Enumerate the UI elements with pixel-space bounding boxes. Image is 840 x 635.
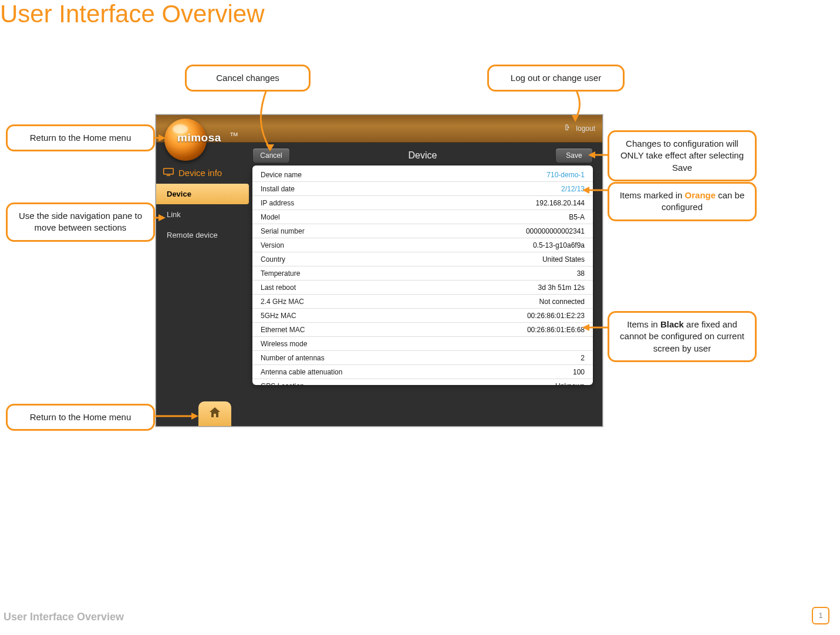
settings-row-value: 192.168.20.144: [536, 199, 585, 207]
callout-logout-text: Log out or change user: [511, 73, 601, 83]
brand-logo[interactable]: mimosa TM: [162, 115, 232, 165]
callout-home-bottom: Return to the Home menu: [6, 404, 155, 431]
callout-home-bottom-text: Return to the Home menu: [30, 412, 131, 422]
settings-row-label: Version: [261, 241, 284, 249]
settings-row-value[interactable]: 710-demo-1: [546, 171, 585, 179]
callout-logout: Log out or change user: [487, 65, 625, 92]
settings-row: 5GHz MAC00:26:86:01:E2:23: [252, 309, 593, 323]
logout-button[interactable]: logout: [564, 123, 595, 133]
callout-black-word: Black: [660, 319, 684, 329]
settings-row-value: 2: [581, 354, 585, 362]
settings-row-label: Serial number: [261, 227, 305, 235]
settings-row-label: Wireless mode: [261, 340, 307, 348]
callout-black: Items in Black are fixed and cannot be c…: [608, 311, 757, 362]
settings-row: Temperature38: [252, 266, 593, 281]
callout-black-pointer: [580, 323, 610, 332]
settings-row-label: Device name: [261, 171, 302, 179]
settings-sheet: Device name710-demo-1Install date2/12/13…: [252, 165, 593, 385]
logout-label: logout: [576, 124, 595, 133]
sidebar-item-link[interactable]: Link: [156, 204, 249, 225]
toolbar: Cancel Device Save: [249, 142, 596, 165]
callout-save-pointer: [587, 150, 610, 160]
sidebar-item-remote-device[interactable]: Remote device: [156, 225, 249, 245]
callout-save: Changes to configuration will ONLY take …: [608, 130, 757, 181]
settings-row-label: Number of antennas: [261, 354, 325, 362]
settings-row-value: Unknown: [555, 382, 585, 386]
settings-row-label: Temperature: [261, 269, 300, 278]
settings-row-label: 5GHz MAC: [261, 312, 296, 320]
settings-row-value: B5-A: [569, 213, 585, 221]
settings-row: Version0.5-13-g10a6f9a: [252, 238, 593, 252]
settings-row: Ethernet MAC00:26:86:01:E6:68: [252, 323, 593, 337]
sidebar-heading: Device info: [156, 162, 249, 184]
settings-row: ModelB5-A: [252, 210, 593, 224]
settings-row-value: 000000000002341: [526, 227, 585, 235]
sidebar-heading-label: Device info: [178, 168, 222, 178]
settings-row-label: Last reboot: [261, 283, 296, 292]
callout-cancel-pointer: [252, 88, 282, 153]
sidebar: Device info Device Link Remote device: [156, 162, 249, 426]
callout-cancel: Cancel changes: [185, 65, 311, 92]
brand-logo-tm: TM: [230, 131, 238, 137]
content-area: Cancel Device Save Device name710-demo-1…: [249, 142, 596, 420]
settings-row-value: 38: [577, 269, 585, 278]
svg-rect-0: [164, 168, 174, 174]
monitor-icon: [163, 168, 174, 178]
footer-title: User Interface Overview: [4, 611, 124, 623]
callout-orange-pointer: [580, 185, 610, 195]
callout-sidenav: Use the side navigation pane to move bet…: [6, 202, 155, 242]
settings-row-value: 0.5-13-g10a6f9a: [533, 241, 585, 249]
sidebar-item-device[interactable]: Device: [156, 184, 249, 204]
settings-row-value: United States: [542, 255, 585, 264]
settings-row: GPS LocationUnknown: [252, 379, 593, 385]
settings-row-label: Ethernet MAC: [261, 326, 305, 334]
settings-row-label: 2.4 GHz MAC: [261, 298, 304, 306]
logout-icon: [564, 123, 572, 133]
settings-row: Serial number000000000002341: [252, 224, 593, 238]
settings-row-label: Model: [261, 213, 280, 221]
callout-home-top: Return to the Home menu: [6, 124, 155, 151]
settings-row: Number of antennas2: [252, 351, 593, 365]
settings-row-label: GPS Location: [261, 382, 304, 386]
settings-row-label: Country: [261, 255, 285, 264]
settings-row: Last reboot3d 3h 51m 12s: [252, 281, 593, 295]
settings-row-label: IP address: [261, 199, 294, 207]
settings-row: CountryUnited States: [252, 252, 593, 266]
settings-row-value: 100: [573, 368, 585, 376]
panel-title: Device: [409, 150, 437, 161]
callout-sidenav-text: Use the side navigation pane to move bet…: [19, 211, 142, 232]
settings-row: Antenna cable attenuation100: [252, 365, 593, 379]
callout-save-text: Changes to configuration will ONLY take …: [620, 139, 744, 173]
callout-cancel-text: Cancel changes: [216, 73, 279, 83]
callout-home-top-text: Return to the Home menu: [30, 133, 131, 143]
callout-logout-pointer: [564, 88, 587, 123]
page-title: User Interface Overview: [0, 0, 264, 28]
settings-row-label: Install date: [261, 185, 295, 193]
callout-orange: Items marked in Orange can be configured: [608, 182, 757, 221]
settings-row-value: 00:26:86:01:E2:23: [527, 312, 585, 320]
home-icon: [208, 406, 222, 422]
settings-row-value: 3d 3h 51m 12s: [538, 283, 585, 292]
page-number: 1: [812, 607, 829, 624]
home-button[interactable]: [198, 401, 231, 426]
settings-row[interactable]: Device name710-demo-1: [252, 168, 593, 182]
brand-logo-text: mimosa: [177, 131, 221, 144]
settings-row: Wireless mode: [252, 337, 593, 351]
settings-row-value: 00:26:86:01:E6:68: [527, 326, 585, 334]
callout-orange-pref: Items marked in: [620, 190, 685, 200]
app-window: logout mimosa TM Device info Device Link…: [156, 114, 603, 427]
callout-orange-word: Orange: [685, 190, 716, 200]
settings-row-label: Antenna cable attenuation: [261, 368, 342, 376]
settings-row[interactable]: Install date2/12/13: [252, 182, 593, 196]
settings-row: 2.4 GHz MACNot connected: [252, 295, 593, 309]
settings-row-value: Not connected: [539, 298, 585, 306]
callout-black-pref: Items in: [627, 319, 660, 329]
settings-row: IP address192.168.20.144: [252, 196, 593, 210]
